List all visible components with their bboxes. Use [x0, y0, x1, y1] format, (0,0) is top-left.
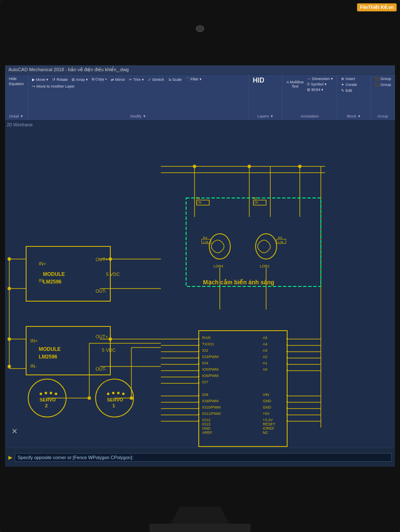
svg-text:IO2: IO2 — [202, 348, 208, 353]
svg-text:LDR4: LDR4 — [213, 264, 223, 268]
ribbon-create-btn[interactable]: ✦ Create — [340, 82, 368, 87]
svg-point-163 — [122, 393, 125, 395]
svg-text:RX/0: RX/0 — [202, 336, 211, 340]
svg-text:LM2596: LM2596 — [39, 354, 57, 360]
svg-text:R2: R2 — [253, 196, 257, 200]
svg-point-154 — [45, 392, 47, 394]
svg-text:1.5k: 1.5k — [203, 241, 209, 243]
svg-point-59 — [193, 165, 196, 168]
ribbon-move-layer-btn[interactable]: ↪ Move to Another Layer — [31, 84, 76, 89]
svg-text:MODULE: MODULE — [39, 346, 61, 352]
svg-text:2: 2 — [45, 403, 48, 408]
ribbon-scale-btn[interactable]: ⇲ Scale — [167, 76, 183, 83]
svg-text:NC: NC — [263, 430, 268, 435]
webcam — [196, 25, 204, 32]
svg-point-54 — [8, 365, 11, 368]
ribbon-section-layers: HID Layers ▼ — [249, 75, 283, 120]
svg-text:+5V: +5V — [263, 412, 269, 416]
svg-text:1: 1 — [112, 403, 115, 408]
ribbon-section-modify: ▶ Move ▾ ↺ Rotate ⊞ Array ▾ ⧉ Copy ▾ ⇌ M… — [28, 75, 249, 120]
svg-text:OUT-: OUT- — [96, 366, 107, 372]
svg-text:IO11/PWM: IO11/PWM — [202, 412, 221, 416]
monitor-bezel: AutoCAD Mechanical 2018 - bản vẽ điện đi… — [0, 0, 400, 532]
svg-text:A2: A2 — [263, 355, 267, 359]
svg-text:IO7: IO7 — [202, 380, 208, 384]
svg-text:+3.3V: +3.3V — [263, 418, 273, 422]
svg-text:R1: R1 — [196, 196, 200, 200]
svg-text:OUT+: OUT+ — [96, 334, 108, 339]
ribbon-layers-label: Layers ▼ — [251, 113, 280, 118]
svg-text:A3: A3 — [263, 348, 267, 353]
ribbon-group-btn1[interactable]: ⬛ Group — [373, 76, 392, 81]
ribbon-array-btn[interactable]: ⊞ Array ▾ — [70, 76, 89, 83]
ribbon-section-block: ⊕ Insert ✦ Create ✎ Edit Block ▼ — [337, 75, 371, 120]
ribbon-section-group: ⬛ Group ⬛ Group Group — [371, 75, 395, 120]
svg-text:GND: GND — [202, 426, 211, 430]
svg-point-153 — [40, 393, 42, 395]
svg-point-57 — [88, 396, 91, 400]
ribbon-rotate-btn[interactable]: ↺ Rotate — [51, 76, 69, 83]
ribbon-multiline-btn[interactable]: A MultilineText — [285, 76, 305, 92]
svg-text:RESET: RESET — [263, 422, 276, 426]
svg-text:A5: A5 — [263, 336, 267, 340]
svg-text:IOREF: IOREF — [263, 426, 275, 430]
ribbon-dimension-btn[interactable]: ↔ Dimension ▾ — [306, 76, 334, 81]
svg-text:A0: A0 — [263, 367, 267, 372]
cad-canvas: 2D Wireframe — [5, 121, 395, 448]
app-title: AutoCAD Mechanical 2018 - bản vẽ điện đi… — [8, 67, 129, 72]
svg-text:MODULE: MODULE — [43, 271, 65, 277]
svg-text:SERVO: SERVO — [40, 397, 56, 402]
ribbon-insert-btn[interactable]: ⊕ Insert — [340, 76, 368, 81]
svg-text:5 VDC: 5 VDC — [106, 272, 120, 277]
ribbon-copy-btn[interactable]: ⧉ Copy ▾ — [91, 76, 108, 83]
ribbon-section-detail: Hide Equation Detail ▼ — [5, 75, 28, 120]
svg-point-162 — [117, 392, 120, 394]
svg-text:A4: A4 — [263, 342, 267, 346]
svg-text:TX/IO1: TX/IO1 — [202, 342, 214, 346]
svg-point-53 — [8, 337, 11, 341]
svg-text:IO10/PWM: IO10/PWM — [202, 405, 221, 409]
svg-point-51 — [8, 257, 11, 261]
svg-text:1.5k: 1.5k — [278, 241, 284, 243]
svg-text:GND: GND — [263, 399, 272, 403]
svg-text:Mạch cảm biến ánh sáng: Mạch cảm biến ánh sáng — [203, 279, 274, 286]
svg-text:LDR2: LDR2 — [260, 264, 269, 268]
svg-text:1.5k: 1.5k — [196, 201, 202, 204]
svg-point-156 — [55, 393, 57, 395]
ribbon-group-btn2[interactable]: ⬛ Group — [373, 82, 392, 87]
ribbon-mirror-btn[interactable]: ⇌ Mirror — [109, 76, 126, 83]
svg-text:✕: ✕ — [11, 427, 18, 436]
ribbon-equation-btn[interactable]: Equation — [8, 81, 25, 86]
command-input[interactable] — [15, 453, 392, 462]
ribbon: Hide Equation Detail ▼ ▶ Move ▾ ↺ Rotate… — [5, 75, 395, 121]
ribbon-edit-btn[interactable]: ✎ Edit — [340, 88, 368, 93]
ribbon-trim-btn[interactable]: ✂ Trim ▾ — [128, 76, 145, 83]
svg-point-52 — [8, 287, 11, 290]
svg-text:IN-: IN- — [30, 364, 37, 369]
svg-text:IN+: IN+ — [39, 261, 46, 266]
svg-text:IO9/PWM: IO9/PWM — [202, 399, 219, 403]
ribbon-hide-btn[interactable]: Hide — [8, 76, 18, 81]
monitor-stand-base — [149, 524, 251, 532]
ribbon-move-btn[interactable]: ▶ Move ▾ — [31, 76, 50, 83]
ribbon-fillet-btn[interactable]: ⌒ Fillet ▾ — [184, 76, 203, 83]
screen: AutoCAD Mechanical 2018 - bản vẽ điện đi… — [5, 65, 395, 467]
svg-text:IN+: IN+ — [30, 338, 37, 343]
ribbon-symbol-btn[interactable]: © Symbol ▾ — [306, 82, 334, 87]
svg-text:SERVO: SERVO — [107, 397, 123, 402]
ribbon-block-label: Block ▼ — [340, 113, 368, 118]
ribbon-detail-label: Detail ▼ — [8, 113, 25, 118]
svg-text:OUT+: OUT+ — [96, 257, 108, 262]
logo-badge: FileThiết Kế.vn — [357, 3, 397, 11]
ribbon-group-label: Group — [373, 113, 392, 118]
ribbon-bom-btn[interactable]: ⊞ BOM ▾ — [306, 87, 334, 92]
svg-text:IO3/PWM: IO3/PWM — [202, 355, 219, 359]
svg-point-155 — [50, 392, 52, 394]
svg-point-160 — [107, 393, 109, 395]
ribbon-section-annotation: A MultilineText ↔ Dimension ▾ © Symbol ▾… — [283, 75, 337, 120]
circuit-svg: IN+ OUT+ IN- OUT- MODULE LM2596 5 VDC IN… — [5, 121, 395, 448]
ribbon-hid-btn[interactable]: HID — [251, 76, 266, 85]
svg-text:IO5/PWM: IO5/PWM — [202, 367, 219, 372]
svg-text:LM2596: LM2596 — [43, 279, 61, 285]
ribbon-stretch-btn[interactable]: ⤢ Stretch — [147, 76, 165, 83]
